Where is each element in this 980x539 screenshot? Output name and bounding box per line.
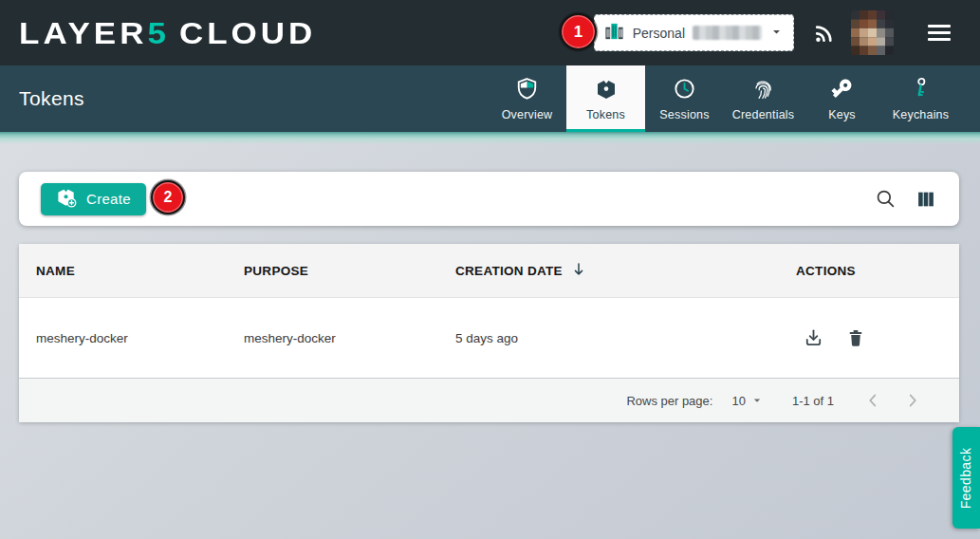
tab-label: Credentials — [732, 108, 794, 121]
table-pagination: Rows per page: 10 1-1 of 1 — [19, 379, 959, 422]
org-switcher-label: Personal — [633, 26, 685, 41]
notifications-rss-icon[interactable] — [811, 20, 837, 46]
tab-label: Overview — [502, 108, 553, 121]
delete-token-icon[interactable] — [843, 325, 868, 350]
previous-page-icon[interactable] — [859, 386, 887, 415]
tab-overview[interactable]: Overview — [488, 65, 566, 132]
sort-desc-arrow-icon[interactable] — [570, 261, 587, 281]
header-label: ACTIONS — [796, 264, 856, 278]
column-header-purpose[interactable]: PURPOSE — [244, 264, 455, 278]
tokens-subnav: Tokens Overview — [0, 65, 980, 132]
clock-icon — [673, 77, 696, 102]
token-actions-cell — [777, 325, 959, 351]
key-icon — [830, 77, 854, 102]
keychain-icon — [909, 77, 933, 102]
header-label: PURPOSE — [244, 264, 308, 278]
cube-icon — [595, 77, 618, 102]
rows-per-page-select[interactable]: 10 — [731, 394, 763, 408]
logo-layer-text: LAYER — [19, 17, 147, 47]
tab-keychains[interactable]: Keychains — [881, 65, 960, 132]
create-cube-plus-icon — [56, 187, 78, 212]
tab-label: Keychains — [893, 108, 949, 121]
page-title: Tokens — [19, 87, 84, 110]
top-header: LAYER5CLOUD Perso — [0, 0, 980, 65]
tab-label: Sessions — [659, 108, 709, 121]
tab-credentials[interactable]: Credentials — [724, 65, 803, 132]
chevron-down-icon — [750, 394, 764, 407]
tab-label: Keys — [828, 108, 856, 121]
create-button-label: Create — [86, 191, 131, 207]
feedback-label: Feedback — [959, 447, 974, 509]
token-purpose-cell: meshery-docker — [244, 331, 455, 345]
annotation-badge-2: 2 — [151, 180, 185, 214]
rows-per-page-label: Rows per page: — [626, 394, 712, 408]
tab-keys[interactable]: Keys — [803, 65, 881, 132]
create-token-button[interactable]: Create — [41, 183, 146, 215]
column-header-actions: ACTIONS — [777, 264, 959, 278]
hamburger-menu-icon[interactable] — [928, 25, 951, 41]
org-name-redacted — [693, 26, 762, 40]
subnav-accent-divider — [0, 132, 980, 144]
fingerprint-icon — [751, 77, 775, 102]
column-header-name[interactable]: NAME — [36, 264, 244, 278]
user-avatar[interactable] — [851, 10, 894, 55]
org-switcher-dropdown[interactable]: Personal — [594, 14, 794, 51]
header-label: CREATION DATE — [455, 264, 563, 278]
next-page-icon[interactable] — [898, 386, 927, 415]
tokens-table: NAME PURPOSE CREATION DATE ACTIONS meshe… — [19, 244, 959, 422]
rows-per-page-value: 10 — [731, 394, 745, 408]
table-header-row: NAME PURPOSE CREATION DATE ACTIONS — [19, 244, 959, 298]
header-label: NAME — [36, 264, 75, 278]
feedback-button[interactable]: Feedback — [952, 427, 980, 529]
tab-tokens[interactable]: Tokens — [566, 65, 645, 132]
view-columns-icon[interactable] — [915, 189, 936, 210]
column-header-creation-date[interactable]: CREATION DATE — [455, 261, 777, 281]
toolbar-icons — [875, 188, 936, 210]
token-table-row[interactable]: meshery-docker meshery-docker 5 days ago — [19, 298, 959, 379]
subnav-tabs: Overview Tokens — [488, 65, 980, 132]
topbar-actions: Personal — [594, 10, 951, 55]
annotation-badge-1: 1 — [560, 13, 597, 50]
chevron-down-icon — [769, 25, 784, 42]
tab-sessions[interactable]: Sessions — [645, 65, 724, 132]
layer5-cloud-logo[interactable]: LAYER5CLOUD — [19, 16, 316, 49]
layer5-cloud-tokens-page: LAYER5CLOUD Perso — [0, 0, 980, 539]
token-name-cell: meshery-docker — [36, 331, 244, 345]
logo-cloud-text: CLOUD — [179, 17, 316, 47]
organization-icon — [603, 21, 625, 46]
download-token-icon[interactable] — [801, 325, 826, 351]
search-icon[interactable] — [875, 188, 897, 210]
pagination-range-label: 1-1 of 1 — [792, 394, 834, 408]
token-creation-date-cell: 5 days ago — [455, 331, 777, 345]
shield-icon — [515, 77, 539, 102]
logo-five-text: 5 — [147, 17, 169, 47]
tab-label: Tokens — [586, 108, 625, 121]
